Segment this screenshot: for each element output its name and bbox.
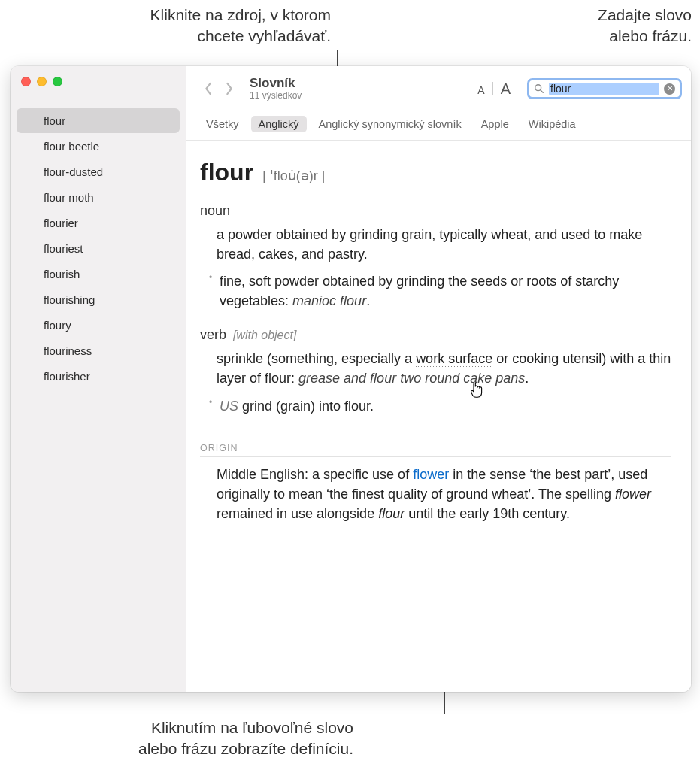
search-icon xyxy=(534,83,544,94)
source-tab-thesaurus[interactable]: Anglický synonymický slovník xyxy=(311,116,469,132)
list-item[interactable]: flourishing xyxy=(17,287,180,312)
title-block: Slovník 11 výsledkov xyxy=(250,77,302,101)
verb-block: verb [with object] sprinkle (something, … xyxy=(200,327,671,415)
results-count: 11 výsledkov xyxy=(250,91,302,101)
nav-buttons xyxy=(198,79,239,99)
definition-text[interactable]: a powder obtained by grinding grain, typ… xyxy=(217,225,671,264)
divider xyxy=(492,82,493,95)
chevron-left-icon xyxy=(204,82,213,95)
definition-content: flour | ˈflou̇(ə)r | noun a powder obtai… xyxy=(186,141,691,692)
callout-bottom: Kliknutím na ľubovoľné slovo alebo frázu… xyxy=(98,717,353,760)
inline-link[interactable]: flower xyxy=(413,467,449,482)
list-item[interactable]: flour beetle xyxy=(17,134,180,159)
source-tab-all[interactable]: Všetky xyxy=(198,116,247,132)
grammar-note: [with object] xyxy=(233,329,296,341)
zoom-window-button[interactable] xyxy=(53,77,62,86)
chevron-right-icon xyxy=(225,82,234,95)
svg-line-1 xyxy=(541,90,543,92)
back-button[interactable] xyxy=(198,79,218,99)
clear-search-button[interactable] xyxy=(664,83,675,95)
pronunciation: | ˈflou̇(ə)r | xyxy=(262,168,325,184)
source-tab-apple[interactable]: Apple xyxy=(474,116,517,132)
forward-button[interactable] xyxy=(220,79,239,99)
increase-font-button[interactable]: A xyxy=(501,80,511,98)
headword: flour xyxy=(200,159,253,186)
list-item[interactable]: flour moth xyxy=(17,185,180,210)
callout-top-left: Kliknite na zdroj, v ktorom chcete vyhľa… xyxy=(30,5,331,47)
inline-link[interactable]: work surface xyxy=(416,351,492,367)
results-list: flour flour beetle flour-dusted flour mo… xyxy=(11,105,186,390)
subdefinition[interactable]: fine, soft powder obtained by grinding t… xyxy=(209,271,671,311)
list-item[interactable]: flour xyxy=(17,108,180,133)
search-value: flour xyxy=(549,83,659,95)
list-item[interactable]: flouriness xyxy=(17,338,180,363)
origin-heading: ORIGIN xyxy=(200,443,671,457)
close-window-button[interactable] xyxy=(21,77,31,86)
main-panel: Slovník 11 výsledkov A A flour Všetky An… xyxy=(186,66,691,692)
source-tab-wikipedia[interactable]: Wikipédia xyxy=(521,116,583,132)
list-item[interactable]: flourisher xyxy=(17,364,180,389)
list-item[interactable]: flourier xyxy=(17,211,180,235)
definition-text[interactable]: sprinkle (something, especially a work s… xyxy=(217,349,671,388)
search-input[interactable]: flour xyxy=(527,78,682,99)
list-item[interactable]: flour-dusted xyxy=(17,159,180,184)
decrease-font-button[interactable]: A xyxy=(477,84,484,96)
sidebar: flour flour beetle flour-dusted flour mo… xyxy=(11,66,186,692)
part-of-speech: noun xyxy=(200,203,230,218)
callout-top-right: Zadajte slovo alebo frázu. xyxy=(556,5,692,47)
window-controls xyxy=(11,66,186,105)
origin-text[interactable]: Middle English: a specific use of flower… xyxy=(217,465,671,523)
subdefinition[interactable]: US grind (grain) into flour. xyxy=(209,396,671,416)
noun-block: noun a powder obtained by grinding grain… xyxy=(200,203,671,311)
toolbar: Slovník 11 výsledkov A A flour xyxy=(186,66,691,111)
font-size-buttons: A A xyxy=(477,80,511,98)
list-item[interactable]: floury xyxy=(17,313,180,338)
part-of-speech: verb xyxy=(200,327,226,342)
minimize-window-button[interactable] xyxy=(37,77,47,86)
dictionary-window: flour flour beetle flour-dusted flour mo… xyxy=(11,66,691,692)
list-item[interactable]: flourish xyxy=(17,262,180,286)
source-tab-english[interactable]: Anglický xyxy=(251,116,307,132)
window-title: Slovník xyxy=(250,77,302,91)
source-tabs: Všetky Anglický Anglický synonymický slo… xyxy=(186,111,691,141)
list-item[interactable]: flouriest xyxy=(17,236,180,261)
